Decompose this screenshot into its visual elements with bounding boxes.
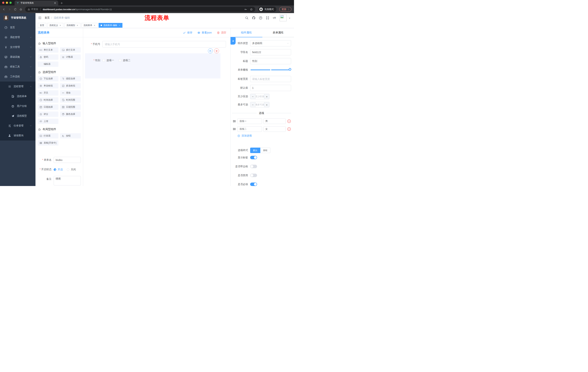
- view-tab-首页[interactable]: 首页: [38, 23, 46, 28]
- minimize-window-button[interactable]: [6, 2, 8, 4]
- title-input[interactable]: [250, 58, 291, 64]
- option-label-input[interactable]: [237, 126, 262, 132]
- palette-item-日期选择[interactable]: 日期选择: [38, 105, 58, 110]
- home-icon[interactable]: [20, 8, 22, 11]
- default-value-input[interactable]: [250, 85, 291, 91]
- sidebar-item-首页[interactable]: 首页: [0, 22, 35, 32]
- palette-item-时间选择[interactable]: 时间选择: [38, 97, 58, 103]
- status-on-radio[interactable]: 开启: [54, 168, 63, 171]
- clear-button[interactable]: 清空: [217, 31, 226, 34]
- slider-handle[interactable]: [289, 68, 291, 71]
- label-width-input[interactable]: [250, 76, 291, 82]
- palette-item-时间范围[interactable]: 时间范围: [60, 97, 81, 103]
- forward-icon[interactable]: [8, 8, 11, 11]
- avatar-caret-down-icon[interactable]: [289, 17, 291, 19]
- palette-item-单行文本[interactable]: 单行文本: [38, 47, 58, 53]
- sidebar-item-流程模型[interactable]: 流程模型: [0, 111, 35, 121]
- sidebar-item-任务管理[interactable]: 任务管理: [0, 121, 35, 131]
- toggle-显示标签[interactable]: [250, 156, 257, 159]
- duplicate-component-button[interactable]: [208, 48, 213, 53]
- option-style-default[interactable]: 默认: [250, 148, 260, 153]
- status-off-radio[interactable]: 关闭: [67, 168, 76, 171]
- remark-textarea[interactable]: 嘿嘿: [54, 176, 81, 185]
- delete-component-button[interactable]: [214, 48, 219, 53]
- save-button[interactable]: 保存: [183, 31, 192, 34]
- window-controls[interactable]: [2, 2, 12, 4]
- drag-handle-icon[interactable]: [233, 120, 236, 123]
- add-option-button[interactable]: 添加选项: [237, 134, 291, 138]
- palette-item-按钮[interactable]: 按钮: [60, 133, 81, 138]
- canvas-field-phone[interactable]: 手机号: [85, 41, 226, 47]
- minus-button[interactable]: −: [250, 102, 255, 107]
- palette-item-上传[interactable]: 上传: [38, 119, 58, 124]
- bookmark-star-icon[interactable]: [250, 8, 253, 11]
- gender-option-选项一[interactable]: 选项一: [102, 59, 114, 62]
- view-tab-流程表单[interactable]: 流程表单: [82, 23, 97, 28]
- breadcrumb-home[interactable]: 首页: [45, 16, 50, 20]
- palette-item-开关[interactable]: 开关: [38, 90, 58, 96]
- close-tab-icon[interactable]: [118, 24, 120, 26]
- back-icon[interactable]: [2, 8, 5, 11]
- grid-slider[interactable]: [251, 70, 290, 70]
- sidebar-item-研发工具[interactable]: 研发工具: [0, 62, 35, 72]
- tab-component-props[interactable]: 组件属性: [231, 28, 262, 37]
- new-tab-button[interactable]: [60, 2, 63, 4]
- palette-item-多行文本[interactable]: 多行文本: [60, 47, 81, 53]
- maximize-window-button[interactable]: [10, 2, 12, 4]
- field-name-input[interactable]: [250, 49, 291, 55]
- option-style-button[interactable]: 按钮: [260, 148, 270, 153]
- security-warning[interactable]: 不安全: [28, 8, 38, 11]
- palette-item-计数器[interactable]: 123计数器: [60, 54, 81, 60]
- phone-input[interactable]: [102, 41, 226, 47]
- toggle-是否禁用[interactable]: [250, 174, 257, 177]
- github-icon[interactable]: [252, 16, 255, 20]
- link-badge[interactable]: [231, 37, 236, 45]
- tab-form-props[interactable]: 表单属性: [262, 28, 294, 37]
- tab-close-icon[interactable]: [54, 2, 56, 4]
- palette-item-级联选择[interactable]: 级联选择: [60, 76, 81, 81]
- password-key-icon[interactable]: [244, 8, 247, 11]
- font-size-icon[interactable]: TT: [273, 16, 276, 20]
- view-tab-流程定义[interactable]: 流程定义: [47, 23, 63, 28]
- browser-menu-dots-icon[interactable]: [287, 8, 290, 11]
- option-value-input[interactable]: [263, 118, 286, 124]
- toggle-是否带边框[interactable]: [250, 165, 257, 168]
- option-value-input[interactable]: [263, 126, 286, 132]
- view-json-button[interactable]: 查看json: [197, 31, 212, 34]
- sidebar-item-工作流程[interactable]: 工作流程: [0, 72, 35, 82]
- checkbox-icon[interactable]: [102, 59, 105, 62]
- canvas-field-gender-selected[interactable]: 性别 选项一选项二: [85, 53, 220, 78]
- view-tab-流程模型[interactable]: 流程模型: [64, 23, 80, 28]
- remove-option-icon[interactable]: [287, 119, 291, 123]
- sidebar-item-请假查询[interactable]: 请假查询: [0, 131, 35, 140]
- sidebar-item-系统管理[interactable]: 系统管理: [0, 32, 35, 42]
- checkbox-icon[interactable]: [119, 59, 121, 62]
- palette-item-编辑器[interactable]: 编辑器: [38, 62, 58, 67]
- palette-item-行容器[interactable]: 行容器: [38, 133, 58, 138]
- palette-item-滑块[interactable]: 滑块: [60, 90, 81, 96]
- sidebar-item-基础设施[interactable]: 基础设施: [0, 52, 35, 62]
- option-label-input[interactable]: [237, 118, 262, 124]
- palette-item-评分[interactable]: 评分: [38, 112, 58, 117]
- reload-icon[interactable]: [14, 8, 17, 11]
- close-window-button[interactable]: [2, 2, 4, 4]
- remove-option-icon[interactable]: [287, 127, 291, 131]
- plus-button[interactable]: +: [264, 94, 269, 99]
- sidebar-logo[interactable]: 芋道管理系统: [0, 13, 35, 22]
- plus-button[interactable]: +: [264, 102, 269, 107]
- palette-item-单选框组[interactable]: 单选框组: [38, 83, 58, 88]
- palette-item-下拉选择[interactable]: 下拉选择: [38, 76, 58, 81]
- drag-handle-icon[interactable]: [233, 128, 236, 131]
- browser-update-button[interactable]: 更新: [279, 7, 292, 12]
- help-icon[interactable]: [259, 16, 262, 20]
- address-bar[interactable]: 不安全 dashboard.yudao.iocoder.cn/bpm/manag…: [25, 7, 255, 12]
- view-tab-流程表单-编辑[interactable]: 流程表单-编辑: [99, 23, 122, 28]
- sidebar-item-用户分组[interactable]: 用户分组: [0, 101, 35, 111]
- gender-option-选项二[interactable]: 选项二: [119, 59, 130, 62]
- search-icon[interactable]: [245, 16, 249, 20]
- palette-item-密码[interactable]: 密码: [38, 54, 58, 60]
- palette-item-表格[开发中][interactable]: 表格[开发中]: [38, 140, 58, 146]
- form-name-input[interactable]: [54, 157, 81, 163]
- user-avatar[interactable]: [280, 14, 286, 21]
- component-type-select[interactable]: 多选框组: [250, 40, 291, 46]
